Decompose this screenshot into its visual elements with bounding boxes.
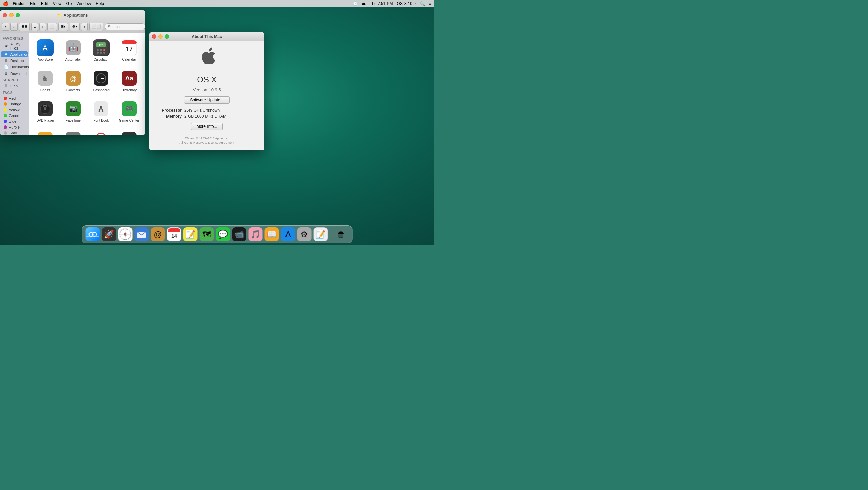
app-ibooks[interactable]: 📖 iBooks xyxy=(33,128,58,135)
dock-maps[interactable]: 🗺 xyxy=(199,227,214,242)
maximize-button[interactable] xyxy=(16,13,20,17)
fontbook-icon: A xyxy=(93,100,110,117)
menu-view[interactable]: View xyxy=(53,1,62,6)
view-columns-button[interactable]: ⫿ xyxy=(39,23,46,31)
sidebar-item-tag-blue[interactable]: Blue xyxy=(1,119,28,124)
calendar-dock-icon: 14 xyxy=(167,227,181,241)
dock-messages[interactable]: 💬 xyxy=(216,227,231,242)
app-dashboard[interactable]: Dashboard xyxy=(88,67,114,95)
svg-text:♞: ♞ xyxy=(41,74,49,83)
app-chess[interactable]: ♞ Chess xyxy=(33,67,58,95)
app-facetime[interactable]: 📷 FaceTime xyxy=(61,98,86,125)
svg-point-8 xyxy=(100,49,102,51)
app-contacts[interactable]: @ Contacts xyxy=(61,67,86,95)
sidebar-item-documents[interactable]: 📄 Documents xyxy=(1,64,28,70)
time-machine-icon[interactable]: 🕐 xyxy=(353,1,358,6)
os-version: Version 10.9.5 xyxy=(193,87,221,92)
menu-file[interactable]: File xyxy=(30,1,36,6)
app-automator[interactable]: 🤖 Automator xyxy=(61,37,86,64)
about-titlebar: About This Mac xyxy=(149,32,264,41)
app-calculator[interactable]: 123 Calculator xyxy=(88,37,114,64)
apps-grid: A App Store 🤖 Automator xyxy=(33,37,142,135)
dock-appstore[interactable]: A xyxy=(281,227,296,242)
sidebar-item-tag-yellow[interactable]: Yellow xyxy=(1,107,28,113)
svg-text:A: A xyxy=(43,44,48,52)
app-appstore[interactable]: A App Store xyxy=(33,37,58,64)
sidebar-item-tag-gray[interactable]: Gray xyxy=(1,130,28,135)
minimize-button[interactable] xyxy=(9,13,14,17)
dock-ibooks[interactable]: 📖 xyxy=(264,227,279,242)
view-icons-button[interactable]: ⊞⊞ xyxy=(19,23,30,31)
dock-trash[interactable]: 🗑 xyxy=(334,227,349,242)
finder-dock-icon xyxy=(86,227,100,241)
about-maximize-button[interactable] xyxy=(165,34,169,39)
dock-safari[interactable] xyxy=(118,227,133,242)
svg-rect-44 xyxy=(122,132,137,135)
menu-edit[interactable]: Edit xyxy=(41,1,48,6)
sidebar-item-tag-green[interactable]: Green xyxy=(1,113,28,118)
app-fontbook[interactable]: A Font Book xyxy=(88,98,114,125)
view-dropdown-button[interactable]: ⊞▾ xyxy=(58,23,68,31)
fontbook-label: Font Book xyxy=(93,119,109,123)
dock-mail[interactable] xyxy=(134,227,149,242)
view-cover-button[interactable]: ⬜ xyxy=(47,23,57,31)
dock-itunes[interactable]: 🎵 xyxy=(248,227,263,242)
action-button[interactable]: ⚙▾ xyxy=(70,23,80,31)
app-gamecenter[interactable]: 🎮 Game Center xyxy=(117,98,142,125)
dock-facetime[interactable]: 📹 xyxy=(232,227,247,242)
menu-items: Finder File Edit View Go Window Help xyxy=(13,1,104,6)
sidebar-item-all-my-files[interactable]: ★ All My Files xyxy=(1,41,28,51)
automator-icon: 🤖 xyxy=(65,39,82,56)
documents-icon: 📄 xyxy=(4,65,8,70)
finder-body: FAVORITES ★ All My Files A Applications … xyxy=(0,33,145,135)
sidebar-item-elan[interactable]: 🖥 Elan xyxy=(1,83,28,89)
apple-menu[interactable]: 🍎 xyxy=(3,1,8,6)
about-minimize-button[interactable] xyxy=(158,34,163,39)
dock-contacts[interactable]: @ xyxy=(151,227,165,242)
app-dvdplayer[interactable]: DVD DVD Player xyxy=(33,98,58,125)
dock-textedit[interactable]: 📝 xyxy=(313,227,328,242)
toggle-button[interactable]: ⬜⬜ xyxy=(89,23,103,31)
app-dictionary[interactable]: Aa Dictionary xyxy=(117,67,142,95)
close-button[interactable] xyxy=(3,13,7,17)
app-launchpad[interactable]: 🚀 Launchpad xyxy=(117,128,142,135)
app-calendar[interactable]: 17 Calendar xyxy=(117,37,142,64)
back-button[interactable]: ‹ xyxy=(2,23,9,31)
chess-label: Chess xyxy=(40,88,50,92)
svg-rect-15 xyxy=(122,44,137,44)
sidebar-item-desktop[interactable]: 🖥 Desktop xyxy=(1,58,28,64)
sidebar-item-tag-orange[interactable]: Orange xyxy=(1,101,28,107)
contacts-label: Contacts xyxy=(66,88,80,92)
share-button[interactable]: ↑ xyxy=(81,23,88,31)
menu-finder[interactable]: Finder xyxy=(13,1,25,6)
notification-icon[interactable]: ≡ xyxy=(429,1,431,6)
app-imagecapture[interactable]: 📷 Image Capture xyxy=(61,128,86,135)
dock-launchpad[interactable]: 🚀 xyxy=(102,227,117,242)
more-info-button[interactable]: More Info... xyxy=(191,123,223,130)
search-icon[interactable]: 🔍 xyxy=(420,1,425,6)
dashboard-icon xyxy=(93,70,110,87)
dock-calendar[interactable]: 14 xyxy=(167,227,182,242)
eject-icon[interactable]: ⏏ xyxy=(362,1,366,6)
dock-notes[interactable]: 📝 xyxy=(183,227,198,242)
menu-window[interactable]: Window xyxy=(77,1,91,6)
view-list-button[interactable]: ≡ xyxy=(31,23,38,31)
about-close-button[interactable] xyxy=(152,34,156,39)
calculator-icon: 123 xyxy=(93,39,110,56)
finder-main: A App Store 🤖 Automator xyxy=(29,33,145,135)
sidebar-item-applications[interactable]: A Applications xyxy=(1,51,28,57)
app-itunes[interactable]: ♪ iTunes xyxy=(88,128,114,135)
sidebar-item-downloads[interactable]: ⬇ Downloads xyxy=(1,71,28,77)
maps-dock-icon: 🗺 xyxy=(200,227,214,241)
dock-finder[interactable] xyxy=(85,227,100,242)
dock-sysprefs[interactable]: ⚙ xyxy=(297,227,312,242)
facetime-dock-icon: 📹 xyxy=(232,227,246,241)
menu-help[interactable]: Help xyxy=(96,1,104,6)
menu-go[interactable]: Go xyxy=(66,1,72,6)
search-input[interactable] xyxy=(105,23,145,30)
appstore-dock-icon: A xyxy=(281,227,295,241)
sidebar-item-tag-purple[interactable]: Purple xyxy=(1,124,28,130)
software-update-button[interactable]: Software Update... xyxy=(184,96,229,104)
sidebar-item-tag-red[interactable]: Red xyxy=(1,96,28,101)
forward-button[interactable]: › xyxy=(10,23,18,31)
